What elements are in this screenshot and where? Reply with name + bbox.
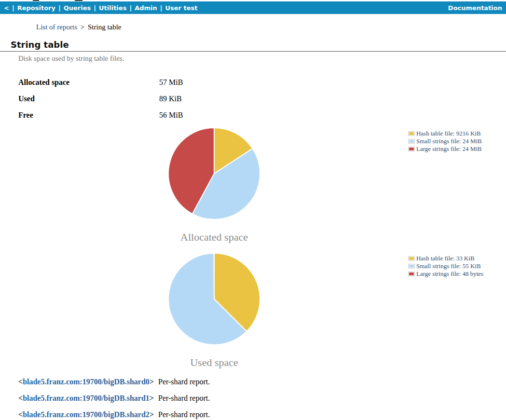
breadcrumb-separator: > [81, 23, 84, 31]
stat-label-free: Free [18, 111, 33, 120]
chart-title-used-space: Used space [167, 356, 261, 369]
back-link[interactable]: < [4, 4, 9, 12]
nav-item-admin[interactable]: Admin [135, 4, 157, 12]
stat-value-free: 56 MiB [159, 111, 183, 120]
shard-row: <blade5.franz.com:19700/bigDB.shard2> [18, 410, 154, 419]
legend-label: Large strings file: 48 bytes [416, 270, 483, 278]
legend-item-small-strings-file: Small strings file: 55 KiB [408, 262, 506, 270]
legend-item-hash-table-file: Hash table file: 33 KiB [408, 255, 506, 262]
legend-swatch-icon [408, 147, 415, 151]
bracket-close: > [150, 394, 154, 402]
legend-used-space: Hash table file: 33 KiB Small strings fi… [408, 255, 506, 278]
legend-item-hash-table-file: Hash table file: 9216 KiB [408, 130, 506, 137]
legend-item-small-strings-file: Small strings file: 24 MiB [408, 137, 506, 145]
shard1-link[interactable]: blade5.franz.com:19700/bigDB.shard1 [23, 394, 150, 402]
legend-swatch-icon [408, 131, 415, 136]
nav-separator: | [160, 4, 163, 12]
legend-item-large-strings-file: Large strings file: 48 bytes [408, 270, 506, 278]
stat-label-used: Used [18, 95, 35, 103]
page-description: Disk space used by string table files. [18, 54, 124, 63]
legend-swatch-icon [408, 256, 415, 261]
breadcrumb-current: String table [88, 23, 122, 31]
legend-swatch-icon [408, 264, 415, 269]
legend-swatch-icon [408, 271, 415, 276]
breadcrumb: List of reports > String table [36, 23, 122, 31]
shard-note: Per-shard report. [158, 410, 210, 419]
nav-item-repository[interactable]: Repository [17, 4, 55, 12]
shard-row: <blade5.franz.com:19700/bigDB.shard0> [18, 378, 154, 386]
chart-title-allocated-space: Allocated space [167, 231, 261, 244]
cropped-text-artifact [75, 0, 82, 1]
breadcrumb-list-of-reports-link[interactable]: List of reports [36, 23, 77, 31]
bracket-close: > [150, 378, 154, 386]
pie-chart-allocated-space [167, 127, 261, 220]
page-header: String table [0, 40, 506, 52]
page-title: String table [11, 40, 506, 50]
nav-separator: | [58, 4, 61, 12]
top-nav-bar: < | Repository | Queries | Utilities | A… [0, 1, 506, 14]
shard-note: Per-shard report. [158, 378, 210, 386]
legend-label: Small strings file: 55 KiB [416, 262, 481, 270]
pie-chart-used-space [167, 252, 261, 346]
legend-swatch-icon [408, 139, 415, 144]
legend-item-large-strings-file: Large strings file: 24 MiB [408, 145, 506, 153]
nav-separator: | [12, 4, 14, 12]
shard0-link[interactable]: blade5.franz.com:19700/bigDB.shard0 [23, 378, 150, 386]
stat-value-allocated-space: 57 MiB [159, 78, 183, 87]
nav-item-utilities[interactable]: Utilities [99, 4, 126, 12]
bracket-open: < [18, 410, 23, 419]
cropped-text-artifact [33, 0, 39, 1]
legend-label: Hash table file: 33 KiB [416, 255, 475, 262]
stat-label-allocated-space: Allocated space [18, 78, 69, 87]
legend-label: Hash table file: 9216 KiB [416, 130, 481, 137]
legend-label: Large strings file: 24 MiB [416, 145, 482, 153]
shard-note: Per-shard report. [158, 394, 210, 403]
bracket-close: > [150, 410, 154, 419]
nav-item-user-test[interactable]: User test [165, 4, 198, 12]
shard-row: <blade5.franz.com:19700/bigDB.shard1> [18, 394, 154, 403]
legend-label: Small strings file: 24 MiB [416, 137, 482, 145]
nav-separator: | [129, 4, 132, 12]
nav-separator: | [94, 4, 96, 12]
legend-allocated-space: Hash table file: 9216 KiB Small strings … [408, 130, 506, 153]
stat-value-used: 89 KiB [159, 95, 182, 103]
nav-item-queries[interactable]: Queries [64, 4, 91, 12]
bracket-open: < [18, 394, 23, 402]
shard2-link[interactable]: blade5.franz.com:19700/bigDB.shard2 [23, 410, 150, 419]
bracket-open: < [18, 378, 23, 386]
documentation-link[interactable]: Documentation [448, 4, 502, 12]
